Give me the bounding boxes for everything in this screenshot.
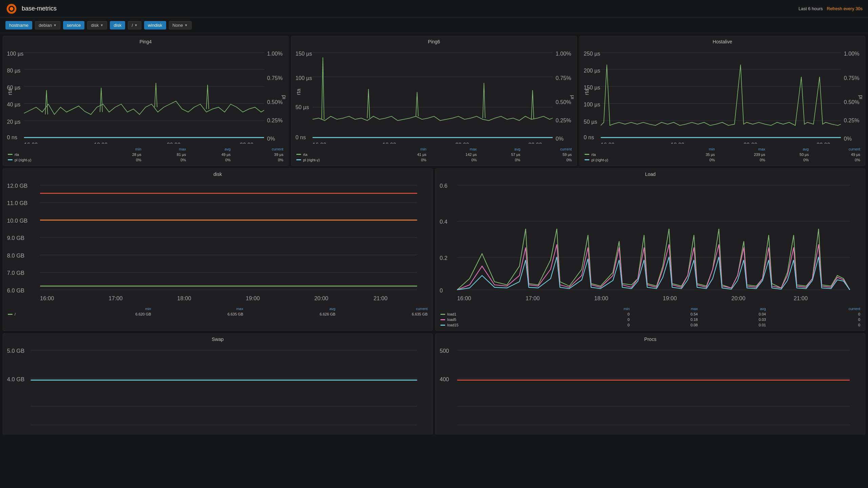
panel-procs-title: Procs [438, 337, 862, 342]
panel-hostalive-title: Hostalive [583, 39, 862, 44]
legend-row-rta: rta 28 µs 81 µs 49 µs 39 µs [6, 152, 285, 157]
chevron-down-icon: ▼ [134, 23, 138, 27]
svg-text:0%: 0% [556, 136, 564, 142]
svg-text:4.0 GB: 4.0 GB [7, 377, 24, 383]
panel-disk-title: disk [6, 171, 430, 177]
ping6-chart: 150 µs 100 µs 50 µs 0 ns rta 1.00% 0.75%… [294, 46, 574, 144]
svg-text:rta: rta [295, 89, 301, 95]
svg-text:21:00: 21:00 [794, 295, 808, 302]
svg-text:500: 500 [440, 348, 449, 354]
panel-hostalive: Hostalive 250 µs 200 µs 150 µs 100 µs 50… [579, 36, 865, 166]
svg-text:8.0 GB: 8.0 GB [7, 252, 24, 259]
svg-text:pl: pl [281, 95, 285, 99]
svg-text:80 µs: 80 µs [7, 67, 21, 74]
filter-bar: hostname debian ▼ service disk ▼ disk / … [0, 18, 868, 33]
ping4-chart: 100 µs 80 µs 60 µs 40 µs 20 µs 0 ns rta … [6, 46, 285, 144]
legend-color-load15 [440, 325, 445, 326]
header: base-metrics Last 6 hours Refresh every … [0, 0, 868, 18]
main-content: Ping4 100 µs 80 µs 60 µs 40 µs 20 µs 0 n… [0, 33, 868, 437]
legend-row-load15: load15 0 0.08 0.01 0 [438, 322, 862, 328]
svg-text:17:00: 17:00 [526, 295, 539, 302]
chevron-down-icon: ▼ [184, 23, 188, 27]
legend-row-pl: pl (right-y) 0% 0% 0% 0% [6, 157, 285, 163]
svg-text:pl: pl [570, 95, 574, 99]
svg-text:20 µs: 20 µs [7, 119, 21, 125]
filter-slash[interactable]: / ▼ [128, 21, 141, 29]
svg-text:0: 0 [440, 287, 443, 293]
header-left: base-metrics [5, 3, 57, 15]
svg-text:21:00: 21:00 [374, 295, 388, 302]
svg-text:22:00: 22:00 [817, 142, 830, 144]
svg-text:0.75%: 0.75% [267, 75, 283, 81]
procs-chart: 500 400 [438, 344, 862, 431]
svg-text:16:00: 16:00 [457, 295, 471, 302]
disk-legend: . min max avg current / 6.620 GB 6.635 G… [6, 306, 430, 317]
legend-row-slash: / 6.620 GB 6.635 GB 6.626 GB 6.635 GB [6, 311, 430, 317]
legend-row-load1: load1 0 0.54 0.04 0 [438, 311, 862, 317]
svg-text:22:00: 22:00 [528, 142, 542, 144]
legend-color-load1 [440, 314, 445, 315]
svg-text:5.0 GB: 5.0 GB [7, 348, 24, 354]
svg-text:18:00: 18:00 [594, 295, 608, 302]
svg-text:6.0 GB: 6.0 GB [7, 287, 24, 293]
svg-text:50 µs: 50 µs [584, 119, 597, 125]
svg-text:1.00%: 1.00% [556, 50, 571, 57]
time-range: Last 6 hours [798, 6, 823, 11]
top-row: Ping4 100 µs 80 µs 60 µs 40 µs 20 µs 0 n… [3, 36, 865, 166]
legend-row-pl: pl (right-y) 0% 0% 0% 0% [294, 157, 574, 163]
filter-disk-2[interactable]: disk [110, 21, 125, 29]
svg-text:0.4: 0.4 [440, 219, 448, 225]
filter-hostname[interactable]: hostname [5, 21, 32, 29]
svg-text:7.0 GB: 7.0 GB [7, 270, 24, 276]
svg-text:1.00%: 1.00% [267, 50, 283, 57]
filter-debian[interactable]: debian ▼ [35, 21, 60, 29]
legend-color-green [296, 154, 301, 155]
legend-row-rta: rta 41 µs 142 µs 57 µs 59 µs [294, 152, 574, 157]
panel-ping6-title: Ping6 [294, 39, 574, 44]
filter-service[interactable]: service [63, 21, 84, 29]
svg-text:20:00: 20:00 [744, 142, 757, 144]
svg-text:20:00: 20:00 [167, 142, 180, 144]
svg-text:20:00: 20:00 [314, 295, 328, 302]
svg-text:0.6: 0.6 [440, 183, 448, 189]
legend-color-blue [8, 159, 13, 160]
svg-text:0%: 0% [844, 136, 852, 142]
svg-text:200 µs: 200 µs [584, 67, 600, 74]
svg-text:250 µs: 250 µs [584, 50, 600, 57]
legend-color-green [8, 314, 13, 315]
middle-row: disk 12.0 GB 11.0 GB 10.0 GB 9.0 GB 8.0 … [3, 168, 865, 331]
load-legend: . min max avg current load1 0 0.54 0.04 … [438, 306, 862, 328]
svg-text:22:00: 22:00 [240, 142, 253, 144]
app-title: base-metrics [22, 5, 57, 12]
panel-load-title: Load [438, 171, 862, 177]
svg-text:0.2: 0.2 [440, 255, 448, 261]
bottom-row: Swap 5.0 GB 4.0 GB Procs 500 [3, 333, 865, 434]
svg-text:100 µs: 100 µs [295, 75, 312, 81]
panel-ping4: Ping4 100 µs 80 µs 60 µs 40 µs 20 µs 0 n… [3, 36, 289, 166]
refresh-rate[interactable]: Refresh every 30s [827, 6, 863, 11]
legend-color-blue [585, 159, 589, 160]
svg-text:20:00: 20:00 [455, 142, 469, 144]
hostalive-legend: min max avg current rta 35 µs 239 µs 50 … [583, 146, 862, 163]
filter-disk-1[interactable]: disk ▼ [87, 21, 107, 29]
filter-windisk[interactable]: windisk [144, 21, 166, 29]
svg-text:20:00: 20:00 [731, 295, 745, 302]
svg-text:rta: rta [584, 89, 590, 95]
svg-text:0%: 0% [267, 136, 275, 142]
svg-text:16:00: 16:00 [40, 295, 54, 302]
svg-text:9.0 GB: 9.0 GB [7, 235, 24, 241]
svg-text:100 µs: 100 µs [584, 101, 600, 107]
ping6-legend: min max avg current rta 41 µs 142 µs 57 … [294, 146, 574, 163]
panel-ping6: Ping6 150 µs 100 µs 50 µs 0 ns rta 1.00%… [291, 36, 577, 166]
swap-chart: 5.0 GB 4.0 GB [6, 344, 430, 431]
ping4-legend: min max avg current rta 28 µs 81 µs 49 µ… [6, 146, 285, 163]
svg-text:0.50%: 0.50% [267, 99, 283, 105]
svg-text:0 ns: 0 ns [7, 134, 17, 140]
filter-none[interactable]: None ▼ [169, 21, 192, 29]
svg-point-3 [10, 7, 14, 11]
svg-text:19:00: 19:00 [246, 295, 260, 302]
svg-text:0 ns: 0 ns [295, 134, 305, 140]
svg-text:0.50%: 0.50% [556, 99, 571, 105]
legend-color-green [585, 154, 589, 155]
header-right: Last 6 hours Refresh every 30s [798, 6, 863, 11]
